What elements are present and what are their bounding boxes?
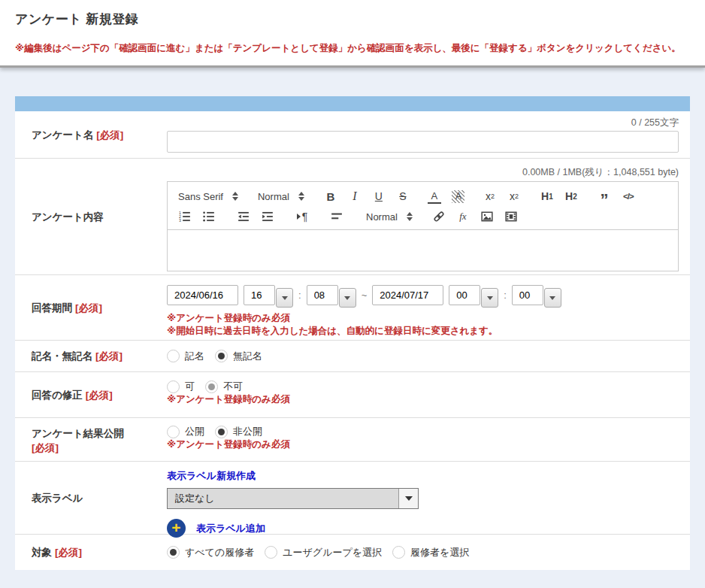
bullet-list-icon[interactable]: [202, 209, 216, 224]
page-header: アンケート 新規登録 ※編集後はページ下の「確認画面に進む」または「テンプレート…: [0, 0, 705, 68]
required-badge: [必須]: [32, 442, 59, 453]
start-minute-combo: [307, 285, 356, 308]
naming-label: 記名・無記名 [必須]: [15, 341, 167, 371]
survey-name-label: アンケート名 [必須]: [15, 111, 167, 158]
direction-icon[interactable]: ¶: [295, 209, 309, 224]
content-area: アンケート名 [必須] 0 / 255文字 アンケート内容 0.00MB / 1…: [0, 68, 705, 588]
char-counter: 0 / 255文字: [167, 117, 679, 129]
header1-icon[interactable]: H1: [540, 189, 554, 204]
colon-separator: :: [504, 285, 507, 305]
end-date-input[interactable]: [372, 285, 443, 305]
publish-note: ※アンケート登録時のみ必須: [167, 438, 679, 451]
radio-named[interactable]: [167, 350, 180, 362]
create-display-label-link[interactable]: 表示ラベル新規作成: [167, 470, 256, 481]
dropdown-button[interactable]: [276, 288, 293, 308]
underline-icon[interactable]: U: [372, 189, 386, 204]
form-row-display-label: 表示ラベル 表示ラベル新規作成 設定なし + 表示ラベル追加: [15, 462, 690, 535]
form-row-modify: 回答の修正 [必須] 可 不可 ※アンケート登録時のみ必須: [15, 372, 690, 418]
strikethrough-icon[interactable]: S: [396, 189, 410, 204]
radio-modify-allowed[interactable]: [167, 380, 180, 393]
card-accent-bar: [15, 96, 690, 111]
required-badge: [必須]: [95, 349, 123, 363]
font-select[interactable]: Sans Serif: [178, 191, 238, 202]
display-label-label: 表示ラベル: [15, 462, 167, 534]
required-badge: [必須]: [96, 128, 123, 142]
editor-toolbar: Sans Serif Normal B I U S A A x2: [167, 181, 679, 230]
start-minute-input[interactable]: [307, 285, 338, 305]
superscript-icon[interactable]: x2: [507, 189, 521, 204]
end-minute-input[interactable]: [512, 285, 543, 305]
form-row-target: 対象 [必須] すべての履修者 ユーザグループを選択 履修者を選択: [15, 535, 690, 570]
text-color-icon[interactable]: A: [428, 189, 441, 204]
align-icon[interactable]: [330, 209, 343, 224]
radio-select-students[interactable]: [392, 546, 405, 559]
size-counter: 0.00MB / 1MB(残り：1,048,551 byte): [167, 166, 679, 179]
image-icon[interactable]: [480, 209, 494, 224]
answer-period-label: 回答期間 [必須]: [15, 275, 167, 340]
start-hour-combo: [244, 285, 293, 308]
display-label-select[interactable]: 設定なし: [167, 488, 419, 509]
tilde-separator: ~: [362, 285, 368, 305]
dropdown-button[interactable]: [544, 288, 561, 308]
svg-text:3: 3: [179, 218, 181, 223]
period-note-2: ※開始日時に過去日時を入力した場合は、自動的に登録日時に変更されます。: [167, 325, 679, 338]
radio-private[interactable]: [215, 426, 228, 438]
end-hour-input[interactable]: [449, 285, 480, 305]
publish-label: アンケート結果公開 [必須]: [15, 418, 167, 461]
target-label: 対象 [必須]: [15, 535, 167, 570]
editor-content[interactable]: [167, 230, 679, 271]
page-title: アンケート 新規登録: [15, 11, 690, 28]
start-hour-input[interactable]: [244, 285, 275, 305]
modify-note: ※アンケート登録時のみ必須: [167, 393, 679, 406]
radio-public[interactable]: [167, 426, 180, 438]
required-badge: [必須]: [75, 301, 102, 315]
updown-icon: [298, 192, 304, 201]
radio-user-group[interactable]: [265, 546, 277, 559]
modify-label: 回答の修正 [必須]: [15, 372, 167, 417]
form-row-answer-period: 回答期間 [必須] : ~: [15, 275, 690, 341]
video-icon[interactable]: [504, 209, 518, 224]
select-dropdown-button[interactable]: [398, 489, 418, 508]
form-row-survey-content: アンケート内容 0.00MB / 1MB(残り：1,048,551 byte) …: [15, 159, 690, 275]
formula-icon[interactable]: fx: [456, 209, 470, 224]
warning-text: ※編集後はページ下の「確認画面に進む」または「テンプレートとして登録」から確認画…: [15, 42, 690, 55]
code-block-icon[interactable]: </>: [622, 189, 635, 204]
period-note-1: ※アンケート登録時のみ必須: [167, 312, 679, 325]
required-badge: [必須]: [55, 545, 82, 559]
bold-icon[interactable]: B: [324, 189, 337, 204]
size-select[interactable]: Normal: [366, 211, 413, 223]
highlight-color-icon[interactable]: A: [452, 189, 465, 204]
updown-icon: [407, 212, 413, 221]
colon-separator: :: [298, 285, 301, 305]
add-display-label-link[interactable]: 表示ラベル追加: [196, 522, 265, 535]
form-row-publish: アンケート結果公開 [必須] 公開 非公開 ※アンケート登録時のみ必須: [15, 418, 690, 462]
subscript-icon[interactable]: x2: [483, 189, 497, 204]
survey-content-label: アンケート内容: [15, 159, 167, 274]
survey-name-input[interactable]: [167, 131, 679, 153]
dropdown-button[interactable]: [481, 288, 498, 308]
required-badge: [必須]: [86, 388, 113, 402]
updown-icon: [232, 192, 238, 201]
italic-icon[interactable]: I: [348, 189, 362, 204]
outdent-icon[interactable]: [237, 209, 250, 224]
heading-select[interactable]: Normal: [258, 191, 304, 202]
start-date-input[interactable]: [167, 285, 238, 305]
form-row-naming: 記名・無記名 [必須] 記名 無記名: [15, 341, 690, 372]
end-hour-combo: [449, 285, 498, 308]
blockquote-icon[interactable]: ”: [598, 189, 611, 204]
radio-all-students[interactable]: [167, 546, 180, 559]
end-minute-combo: [512, 285, 561, 308]
ordered-list-icon[interactable]: 123: [178, 209, 192, 224]
form-row-survey-name: アンケート名 [必須] 0 / 255文字: [15, 111, 690, 159]
radio-anonymous[interactable]: [215, 350, 228, 362]
radio-modify-not-allowed[interactable]: [205, 380, 218, 393]
link-icon[interactable]: [432, 209, 446, 224]
header2-icon[interactable]: H2: [564, 189, 578, 204]
survey-form-card: アンケート名 [必須] 0 / 255文字 アンケート内容 0.00MB / 1…: [15, 96, 690, 570]
dropdown-button[interactable]: [339, 288, 356, 308]
indent-icon[interactable]: [261, 209, 274, 224]
